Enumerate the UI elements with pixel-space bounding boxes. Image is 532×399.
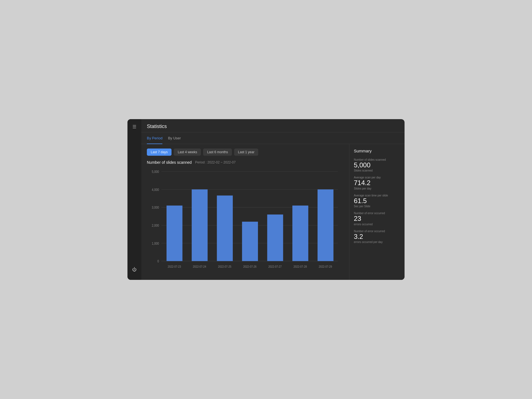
chart-section: Last 7 days Last 4 weeks Last 6 months L… [141,144,349,280]
summary-value-4: 3.2 [354,233,400,240]
sidebar: ☰ ⏻ [127,119,141,280]
btn-last-4-weeks[interactable]: Last 4 weeks [174,149,201,156]
btn-last-1-year[interactable]: Last 1 year [234,149,258,156]
svg-text:2022-07-23: 2022-07-23 [168,265,181,268]
summary-panel: Summary Number of slides scanned 5,000 S… [349,144,405,280]
bar-5 [267,214,283,261]
svg-text:2022-07-24: 2022-07-24 [193,265,206,268]
svg-text:0: 0 [157,259,159,263]
svg-text:1,000: 1,000 [152,241,159,245]
btn-last-7-days[interactable]: Last 7 days [147,149,172,156]
summary-label-0: Number of slides scanned [354,158,400,161]
chart-title: Number of slides scanned [147,160,192,165]
summary-label-2: Average scan time per slide [354,194,400,197]
summary-sublabel-4: errors occurred per day [354,241,400,244]
chart-header: Number of slides scanned Period : 2022-0… [147,160,344,165]
period-buttons: Last 7 days Last 4 weeks Last 6 months L… [147,149,344,156]
summary-value-2: 61.5 [354,197,400,204]
summary-title: Summary [354,149,400,153]
summary-item-3: Number of error occurred 23 errors occur… [354,212,400,226]
summary-item-2: Average scan time per slide 61.5 Sec per… [354,194,400,208]
header: Statistics [141,119,405,132]
chart-container: 5,000 4,000 3,000 2,000 1,000 0 2022-07-… [147,168,344,275]
chart-svg: 5,000 4,000 3,000 2,000 1,000 0 2022-07-… [147,168,344,275]
summary-sublabel-0: Slides scanned [354,169,400,172]
bar-6 [292,206,308,261]
svg-text:2022-07-29: 2022-07-29 [319,265,332,268]
tabs-bar: By Period By User [141,132,405,144]
page-title: Statistics [147,124,167,129]
svg-text:3,000: 3,000 [152,205,159,209]
summary-label-1: Average scan per day [354,176,400,179]
svg-text:2022-07-27: 2022-07-27 [268,265,282,268]
menu-icon[interactable]: ☰ [132,124,136,129]
svg-text:2,000: 2,000 [152,223,159,227]
app-window: ☰ ⏻ Statistics By Period By User Last 7 … [127,119,405,280]
bar-7 [318,190,333,261]
summary-sublabel-1: Slides per day [354,187,400,190]
tab-by-user[interactable]: By User [168,133,181,144]
summary-sublabel-3: errors occurred [354,223,400,226]
btn-last-6-months[interactable]: Last 6 months [203,149,232,156]
summary-label-4: Number of error occurred [354,230,400,233]
svg-text:2022-07-25: 2022-07-25 [218,265,231,268]
tab-by-period[interactable]: By Period [147,133,162,144]
summary-value-3: 23 [354,215,400,222]
summary-item-1: Average scan per day 714.2 Slides per da… [354,176,400,190]
svg-text:2022-07-26: 2022-07-26 [243,265,257,268]
content-area: Last 7 days Last 4 weeks Last 6 months L… [141,144,405,280]
svg-text:2022-07-28: 2022-07-28 [293,265,307,268]
power-icon[interactable]: ⏻ [132,267,137,272]
svg-text:4,000: 4,000 [152,188,159,191]
svg-text:5,000: 5,000 [152,170,159,173]
bar-4 [242,222,258,261]
bar-1 [167,206,182,261]
bar-3 [217,196,233,261]
summary-item-0: Number of slides scanned 5,000 Slides sc… [354,158,400,172]
summary-value-0: 5,000 [354,162,400,169]
main-content: Statistics By Period By User Last 7 days… [141,119,405,280]
bar-2 [192,190,208,261]
summary-item-4: Number of error occurred 3.2 errors occu… [354,230,400,244]
summary-sublabel-2: Sec per Slide [354,205,400,208]
summary-label-3: Number of error occurred [354,212,400,215]
chart-period: Period : 2022-02 ~ 2022-07 [195,160,236,164]
summary-value-1: 714.2 [354,179,400,186]
